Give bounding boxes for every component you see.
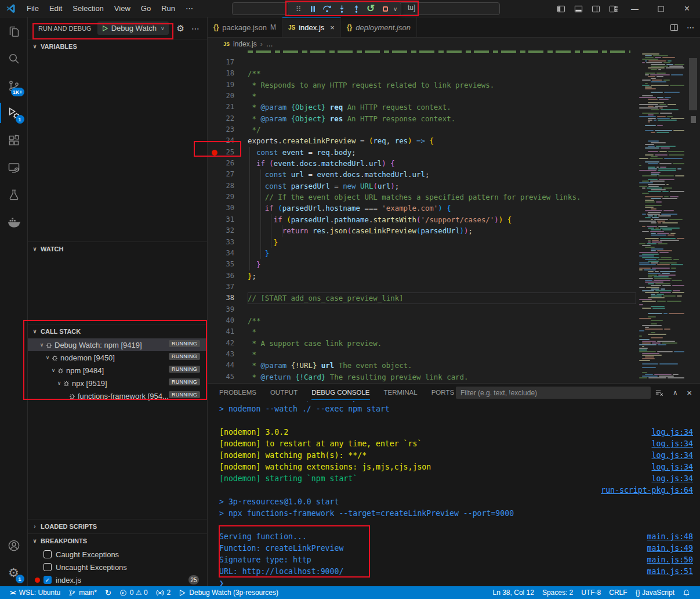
console-filter-input[interactable] [456, 387, 651, 399]
gutter[interactable]: 31 [208, 214, 248, 225]
activity-bar-item-source-control[interactable]: 1K+ [0, 72, 28, 99]
activity-bar-item-explorer[interactable] [0, 17, 28, 45]
activity-bar-item-settings[interactable]: ⚙1 [0, 559, 28, 586]
menu-item-go[interactable]: Go [136, 2, 156, 15]
source-link[interactable]: log.js:34 [652, 438, 693, 450]
gutter[interactable]: 18 [208, 68, 248, 79]
activity-bar-item-remote-explorer[interactable] [0, 154, 28, 181]
code-line-45[interactable]: 45 * @return {!Card} The resulting previ… [208, 371, 636, 383]
code-line-28[interactable]: 28 const parsedUrl = new URL(url); [208, 181, 636, 192]
code-line-37[interactable]: 37 [208, 282, 636, 293]
launch-config-dropdown[interactable]: Debug Watch ∨ [97, 21, 169, 35]
menu-item-run[interactable]: Run [156, 2, 180, 15]
gutter[interactable]: 27 [208, 169, 248, 180]
gutter[interactable]: 36 [208, 270, 248, 282]
more-actions-icon[interactable]: ⋯ [687, 23, 694, 32]
status-item-utf-8[interactable]: UTF-8 [577, 586, 605, 599]
call-stack-row[interactable]: functions-framework [954...RUNNING [28, 389, 207, 402]
status-item-debug-watch-3p-resources-[interactable]: Debug Watch (3p-resources) [175, 586, 282, 599]
gutter[interactable]: 21 [208, 102, 248, 113]
source-link[interactable]: log.js:34 [652, 473, 693, 485]
source-link[interactable]: main.js:51 [647, 566, 693, 578]
code-line-42[interactable]: 42 * A support case link preview. [208, 338, 636, 349]
gutter[interactable]: 38 [208, 293, 248, 304]
gutter[interactable]: 35 [208, 259, 248, 270]
gutter[interactable]: 44 [208, 360, 248, 371]
pause-icon[interactable] [306, 3, 319, 15]
activity-bar-item-run-and-debug[interactable]: 1 [0, 99, 28, 127]
gutter[interactable]: 17 [208, 57, 248, 68]
status-item-crlf[interactable]: CRLF [605, 586, 631, 599]
restart-icon[interactable]: ↺ [364, 3, 377, 15]
call-stack-row[interactable]: ∨nodemon [9450]RUNNING [28, 351, 207, 364]
editor-tab-package.json[interactable]: {}package.jsonM [208, 17, 282, 37]
menu-item-[interactable]: ⋯ [180, 2, 198, 15]
source-link[interactable]: run-script-pkg.js:64 [601, 485, 693, 496]
gutter[interactable]: 40 [208, 315, 248, 326]
breadcrumb-file[interactable]: index.js [233, 40, 257, 48]
breakpoints-section-header[interactable]: ∨ BREAKPOINTS [28, 534, 207, 548]
minimap[interactable] [638, 52, 684, 382]
gutter[interactable]: 23 [208, 124, 248, 135]
breadcrumb-more[interactable]: … [266, 40, 273, 48]
code-line-19[interactable]: 19 * Responds to any HTTP request relate… [208, 80, 636, 91]
call-stack-row[interactable]: ∨npx [9519]RUNNING [28, 377, 207, 389]
breakpoint-row[interactable]: Uncaught Exceptions [28, 561, 207, 573]
menu-item-file[interactable]: File [21, 2, 44, 15]
breadcrumb[interactable]: JS index.js › … [208, 38, 700, 50]
code-line-23[interactable]: 23 */ [208, 124, 636, 135]
status-item--javascript[interactable]: {} JavaScript [632, 586, 679, 599]
layout-secondary-sidebar-icon[interactable] [587, 0, 604, 17]
code-editor[interactable]: 1718/**19 * Responds to any HTTP request… [208, 50, 700, 383]
code-line-17[interactable]: 17 [208, 57, 636, 68]
checkbox[interactable]: ✓ [43, 576, 52, 584]
code-line-44[interactable]: 44 * @param {!URL} url The event object. [208, 360, 636, 371]
gutter[interactable]: 26 [208, 158, 248, 169]
code-line-27[interactable]: 27 const url = event.docs.matchedUrl.url… [208, 169, 636, 180]
step-into-icon[interactable] [335, 3, 348, 15]
code-line-39[interactable]: 39 [208, 304, 636, 315]
close-button[interactable]: × [674, 0, 700, 17]
editor-tab-deployment.json[interactable]: {}deployment.json [341, 17, 417, 37]
gutter[interactable]: 39 [208, 304, 248, 315]
status-item-bell-icon[interactable] [679, 586, 694, 599]
status-item-wsl-ubuntu[interactable]: ><WSL: Ubuntu [6, 586, 64, 599]
source-link[interactable]: log.js:34 [652, 427, 693, 438]
gutter[interactable]: 45 [208, 371, 248, 383]
code-line-21[interactable]: 21 * @param {Object} req An HTTP request… [208, 102, 636, 113]
code-line-20[interactable]: 20 * [208, 91, 636, 102]
panel-tab-debug-console[interactable]: DEBUG CONSOLE [311, 384, 369, 401]
gutter[interactable]: 34 [208, 248, 248, 259]
code-line-22[interactable]: 22 * @param {Object} res An HTTP respons… [208, 113, 636, 124]
menu-item-selection[interactable]: Selection [67, 2, 108, 15]
gutter[interactable]: 42 [208, 338, 248, 349]
gutter[interactable]: 43 [208, 349, 248, 360]
code-line-29[interactable]: 29 // If the event object URL matches a … [208, 192, 636, 203]
code-line-43[interactable]: 43 * [208, 349, 636, 360]
drag-handle-icon[interactable]: ⠿ [292, 3, 304, 15]
layout-sidebar-icon[interactable] [552, 0, 570, 17]
gutter[interactable]: 24 [208, 135, 248, 146]
step-over-icon[interactable] [321, 3, 333, 15]
gutter[interactable]: 29 [208, 192, 248, 203]
gutter[interactable]: 19 [208, 80, 248, 91]
activity-bar-item-accounts[interactable] [0, 532, 28, 559]
gutter[interactable]: 28 [208, 181, 248, 192]
gutter[interactable]: 20 [208, 91, 248, 102]
panel-tab-terminal[interactable]: TERMINAL [384, 384, 418, 401]
breakpoint-row[interactable]: Caught Exceptions [28, 548, 207, 561]
call-stack-section-header[interactable]: ∨ CALL STACK [28, 324, 207, 338]
maximize-panel-icon[interactable]: ∧ [673, 389, 677, 396]
menu-item-view[interactable]: View [109, 2, 136, 15]
activity-bar-item-testing[interactable] [0, 181, 28, 208]
code-line-41[interactable]: 41 * [208, 326, 636, 337]
panel-tab-output[interactable]: OUTPUT [270, 384, 298, 401]
maximize-button[interactable] [648, 0, 674, 17]
loaded-scripts-section-header[interactable]: › LOADED SCRIPTS [28, 519, 207, 533]
gutter[interactable]: 32 [208, 225, 248, 236]
gutter[interactable]: 25 [208, 147, 248, 158]
status-item-0-0[interactable]: 0 ⚠ 0 [115, 586, 152, 599]
code-line-33[interactable]: 33 } [208, 237, 636, 248]
gutter[interactable]: 33 [208, 237, 248, 248]
split-editor-icon[interactable] [670, 23, 679, 32]
